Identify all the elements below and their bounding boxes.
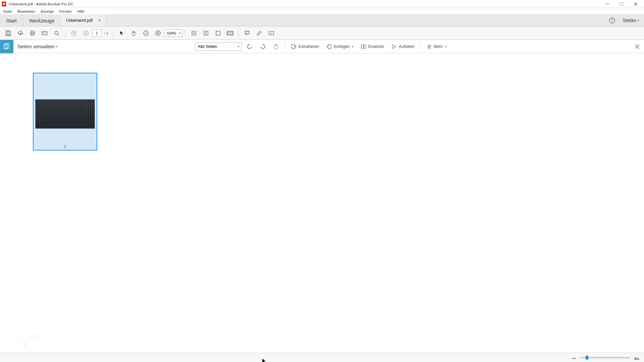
thumbnail-size-slider[interactable] [580,357,630,358]
page-thumbnail-image [36,100,95,128]
svg-rect-9 [42,32,47,35]
tool-title-dropdown[interactable]: Seiten verwalten ▾ [13,44,62,49]
extract-icon [291,44,297,49]
print-button[interactable] [27,27,38,39]
page-total-label: / 1 [102,31,110,35]
extract-button[interactable]: Extrahieren [288,42,322,52]
hand-tool-button[interactable] [128,27,140,39]
scissors-icon [391,44,397,49]
insert-icon [326,44,332,49]
window-title: Unbenannt.pdf - Adobe Acrobat Pro DC [9,2,600,6]
chevron-down-icon: ▾ [445,45,446,48]
tab-close-icon[interactable]: ✕ [97,17,103,23]
tab-start[interactable]: Start [0,15,23,26]
statusbar [0,353,644,362]
minimize-button[interactable] [600,0,614,8]
more-button[interactable]: Mehr ▾ [424,42,449,52]
menu-hilfe[interactable]: Hilfe [74,9,87,14]
tabs-row: Start Werkzeuge Unbenannt.pdf ✕ ? Stefan… [0,15,644,26]
titlebar: Unbenannt.pdf - Adobe Acrobat Pro DC [0,0,644,8]
delete-page-button[interactable] [271,42,281,52]
page-filter-select[interactable]: Alle Seiten [195,42,242,51]
close-tool-button[interactable] [631,40,644,53]
fit-height-button[interactable] [200,27,212,39]
page-filter-label: Alle Seiten [198,44,217,49]
window-controls [600,0,643,8]
next-page-button[interactable] [80,27,92,39]
maximize-button[interactable] [614,0,629,8]
insert-button[interactable]: Einfügen ▾ [324,42,356,52]
zoom-select[interactable]: 164% [164,29,182,37]
svg-rect-21 [269,32,274,35]
rotate-left-button[interactable] [244,42,255,52]
zoom-in-button[interactable] [152,27,164,39]
svg-rect-0 [606,4,609,4]
thumbnails-large-icon[interactable] [633,355,640,360]
insert-label: Einfügen [334,44,350,49]
mail-button[interactable] [39,27,50,39]
user-name: Stefan [623,18,636,23]
close-window-button[interactable] [629,0,643,8]
page-thumbnails-area[interactable]: 1 [0,53,644,353]
user-menu[interactable]: Stefan ▾ [618,15,644,26]
page-number-input[interactable] [92,29,102,37]
page-organize-toolbar: Seiten verwalten ▾ Alle Seiten Extrahier… [0,40,644,53]
chevron-down-icon: ▾ [638,19,639,22]
read-mode-button[interactable] [224,27,236,39]
split-button[interactable]: Aufteilen [389,42,417,52]
page-thumbnail-number: 1 [34,144,97,148]
acrobat-app-icon [1,1,7,7]
tool-title-label: Seiten verwalten [17,44,55,49]
svg-rect-19 [228,32,229,35]
rotate-right-button[interactable] [257,42,269,52]
thumbnails-small-icon[interactable] [572,356,576,360]
fit-width-button[interactable] [188,27,200,39]
extract-label: Extrahieren [299,44,319,49]
svg-rect-5 [7,31,9,33]
organize-pages-icon [0,40,13,53]
replace-button[interactable]: Ersetzen [358,42,387,52]
split-label: Aufteilen [399,44,415,49]
fit-page-button[interactable] [212,27,224,39]
save-button[interactable] [3,27,14,39]
svg-rect-20 [231,32,232,35]
zoom-out-button[interactable] [140,27,152,39]
svg-rect-24 [292,45,295,49]
help-button[interactable]: ? [606,15,618,26]
svg-point-10 [55,31,58,35]
page-thumbnail[interactable]: 1 [33,73,97,150]
butterfly-watermark [12,329,39,351]
chevron-down-icon: ▾ [352,45,354,48]
menu-anzeige[interactable]: Anzeige [38,9,57,14]
cloud-button[interactable] [15,27,26,39]
more-label: Mehr [434,44,443,49]
replace-icon [361,44,366,49]
svg-text:?: ? [611,18,613,22]
comment-button[interactable] [241,27,253,39]
chevron-down-icon: ▾ [56,45,58,48]
arrow-tool-button[interactable] [116,27,127,39]
tab-document-label: Unbenannt.pdf [66,18,93,23]
svg-rect-25 [328,45,331,49]
list-icon [427,44,432,49]
menu-fenster[interactable]: Fenster [57,9,74,14]
svg-point-28 [392,45,393,46]
replace-label: Ersetzen [368,44,384,49]
menubar: Datei Bearbeiten Anzeige Fenster Hilfe [0,8,644,15]
sign-button[interactable] [266,27,277,39]
zoom-value: 164% [167,31,176,35]
search-button[interactable] [51,27,62,39]
main-toolbar: / 1 164% [0,26,644,40]
slider-handle[interactable] [586,356,588,360]
tab-werkzeuge[interactable]: Werkzeuge [23,15,61,26]
menu-bearbeiten[interactable]: Bearbeiten [15,9,38,14]
svg-rect-1 [620,2,623,6]
svg-point-29 [392,47,393,49]
svg-rect-4 [7,34,10,35]
highlight-button[interactable] [254,27,265,39]
menu-datei[interactable]: Datei [1,9,15,14]
prev-page-button[interactable] [68,27,79,39]
tab-document[interactable]: Unbenannt.pdf ✕ [61,15,106,26]
